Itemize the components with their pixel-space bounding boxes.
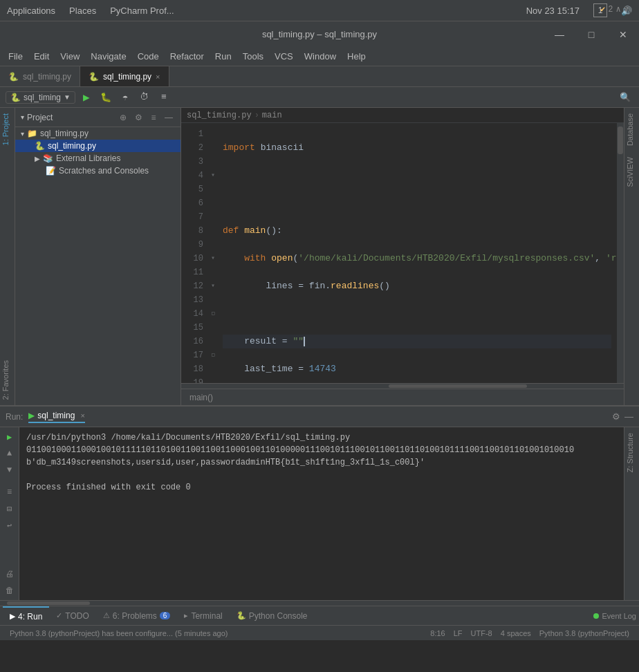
tree-scratches-label: Scratches and Consoles	[59, 166, 149, 176]
menu-bar: File Edit View Navigate Code Refactor Ru…	[0, 47, 639, 66]
problems-bottom-tab[interactable]: ⚠ 6: Problems 6	[96, 606, 178, 625]
search-everywhere-button[interactable]: 🔍	[617, 89, 633, 106]
run-trash-btn[interactable]: 🗑	[3, 584, 17, 597]
run-result-line: b'db_m3149screenshots,usersid,user,passw…	[26, 456, 617, 469]
add-icon[interactable]: ⊕	[117, 111, 129, 124]
more-options-button[interactable]: ≡	[156, 89, 172, 106]
menu-window[interactable]: Window	[299, 47, 342, 66]
interpreter-status[interactable]: Python 3.8 (pythonProject)	[535, 629, 633, 637]
python-console-icon: 🐍	[237, 611, 246, 620]
run-play-btn[interactable]: ▶	[3, 430, 17, 444]
tree-file-sql[interactable]: 🐍 sql_timing.py	[15, 140, 180, 152]
python-config-status[interactable]: Python 3.8 (pythonProject) has been conf…	[6, 626, 232, 640]
file-tab-label: sql_timing.py	[103, 72, 151, 82]
line-ending-status[interactable]: LF	[450, 629, 467, 637]
project-tab[interactable]: 🐍 sql_timing.py	[0, 66, 80, 86]
hide-icon[interactable]: —	[163, 111, 175, 124]
run-scroll-up[interactable]: ▲	[3, 447, 17, 460]
menu-view[interactable]: View	[55, 47, 85, 66]
status-right: 8:16 LF UTF-8 4 spaces Python 3.8 (pytho…	[426, 629, 633, 637]
menu-run[interactable]: Run	[210, 47, 237, 66]
run-print-btn[interactable]: 🖨	[3, 567, 17, 581]
menu-help[interactable]: Help	[342, 47, 371, 66]
scrollbar-thumb[interactable]	[618, 127, 623, 154]
run-wrap-btn[interactable]: ↩	[3, 519, 17, 532]
event-log-label[interactable]: Event Log	[602, 612, 636, 620]
problems-label: 6: Problems	[113, 611, 157, 621]
fold-print17[interactable]: ◽	[209, 348, 217, 362]
tree-scratches[interactable]: 📝 Scratches and Consoles	[15, 165, 180, 177]
vertical-scrollbar[interactable]	[617, 123, 624, 383]
run-bottom-scrollbar[interactable]	[0, 600, 639, 606]
code-h-scrollbar[interactable]	[181, 383, 624, 389]
run-h-scroll-thumb[interactable]	[7, 601, 90, 605]
toolbar-right: 🔍	[617, 89, 633, 106]
run-structure-btn[interactable]: ≡	[3, 485, 17, 499]
menu-code[interactable]: Code	[132, 47, 165, 66]
todo-label: TODO	[65, 611, 89, 621]
encoding-status[interactable]: UTF-8	[467, 629, 497, 637]
sql-timing-tab[interactable]: 🐍 sql_timing.py ×	[80, 66, 169, 86]
cursor-position-status[interactable]: 8:16	[426, 629, 449, 637]
run-tab-active[interactable]: ▶ sql_timing ×	[28, 411, 84, 423]
tree-root[interactable]: ▾ 📁 sql_timing.py	[15, 127, 180, 140]
menu-edit[interactable]: Edit	[28, 47, 55, 66]
profile-button[interactable]: ⏱	[136, 89, 153, 106]
sys-places[interactable]: Places	[69, 6, 96, 16]
code-view: 1 2 3 4 5 6 7 8 9 10 11 12 13 14 15 16 1…	[181, 123, 624, 383]
menu-file[interactable]: File	[3, 47, 28, 66]
menu-tools[interactable]: Tools	[237, 47, 269, 66]
run-config-selector[interactable]: 🐍 sql_timing ▼	[6, 91, 75, 104]
left-panel-labels: 1: Project 2: Favorites	[0, 108, 15, 405]
sciview-tab[interactable]: SciVIEW	[624, 151, 639, 192]
run-panel-content: ▶ ▲ ▼ ≡ ⊟ ↩ 🖨 🗑 /usr/bin/python3 /home/k…	[0, 427, 639, 600]
fold-main[interactable]: ▾	[209, 169, 217, 183]
system-bar: Applications Places PyCharm Prof... Nov …	[0, 0, 639, 21]
menu-navigate[interactable]: Navigate	[85, 47, 131, 66]
tree-ext-libs[interactable]: ▶ 📚 External Libraries	[15, 152, 180, 165]
fold-print14[interactable]: ◽	[209, 307, 217, 321]
run-scroll-down[interactable]: ▼	[3, 463, 17, 477]
z-structure-tab[interactable]: Z: Structure	[624, 427, 639, 478]
run-bottom-tab[interactable]: ▶ 4: Run	[3, 606, 49, 625]
menu-vcs[interactable]: VCS	[269, 47, 299, 66]
run-cmd-line: /usr/bin/python3 /home/kali/Documents/HT…	[26, 431, 617, 444]
main-call-label: main()	[189, 393, 213, 402]
code-content[interactable]: import binascii def main(): with open('/…	[217, 123, 617, 383]
title-bar: sql_timing.py – sql_timing.py — □ ✕	[0, 21, 639, 47]
breadcrumb-file: sql_timing.py	[187, 111, 252, 120]
debug-button[interactable]: 🐛	[98, 89, 114, 106]
code-h-scroll-thumb[interactable]	[389, 384, 527, 388]
database-tab[interactable]: Database	[624, 108, 639, 151]
sys-apps[interactable]: Applications	[7, 6, 55, 16]
run-tab-close-btn[interactable]: ×	[80, 411, 84, 420]
python-console-bottom-tab[interactable]: 🐍 Python Console	[230, 606, 315, 625]
fold-for[interactable]: ▾	[209, 252, 217, 265]
settings-icon[interactable]: ⚙	[132, 111, 145, 124]
coverage-button[interactable]: ☂	[117, 89, 133, 106]
close-button[interactable]: ✕	[607, 21, 639, 47]
run-button[interactable]: ▶	[78, 89, 95, 106]
project-panel-tab[interactable]: 1: Project	[0, 108, 15, 151]
run-header-right: ⚙ —	[612, 411, 633, 422]
minimize-button[interactable]: —	[544, 21, 575, 47]
todo-bottom-tab[interactable]: ✓ TODO	[49, 606, 95, 625]
breadcrumb-separator: ›	[254, 111, 259, 120]
terminal-bottom-tab[interactable]: ▸ Terminal	[177, 606, 229, 625]
indent-status[interactable]: 4 spaces	[497, 629, 535, 637]
run-minimize-icon[interactable]: —	[624, 411, 633, 422]
sys-pycharm[interactable]: PyCharm Prof...	[110, 6, 174, 16]
ext-libs-expand-icon: ▶	[35, 155, 40, 162]
fold-if[interactable]: ▾	[209, 279, 217, 293]
terminal-icon: ▸	[184, 611, 188, 620]
favorites-panel-tab[interactable]: 2: Favorites	[0, 355, 15, 405]
run-filter-btn[interactable]: ⊟	[3, 502, 17, 516]
root-expand-icon: ▾	[21, 130, 24, 138]
project-panel: ▾ Project ⊕ ⚙ ≡ — ▾ 📁 sql_timing.py 🐍 sq…	[15, 108, 181, 405]
maximize-button[interactable]: □	[575, 21, 607, 47]
gear-icon[interactable]: ≡	[147, 111, 160, 124]
tab-close-button[interactable]: ×	[156, 73, 160, 81]
run-settings-icon[interactable]: ⚙	[612, 411, 620, 422]
run-config-label: sql_timing	[24, 93, 61, 102]
menu-refactor[interactable]: Refactor	[165, 47, 210, 66]
